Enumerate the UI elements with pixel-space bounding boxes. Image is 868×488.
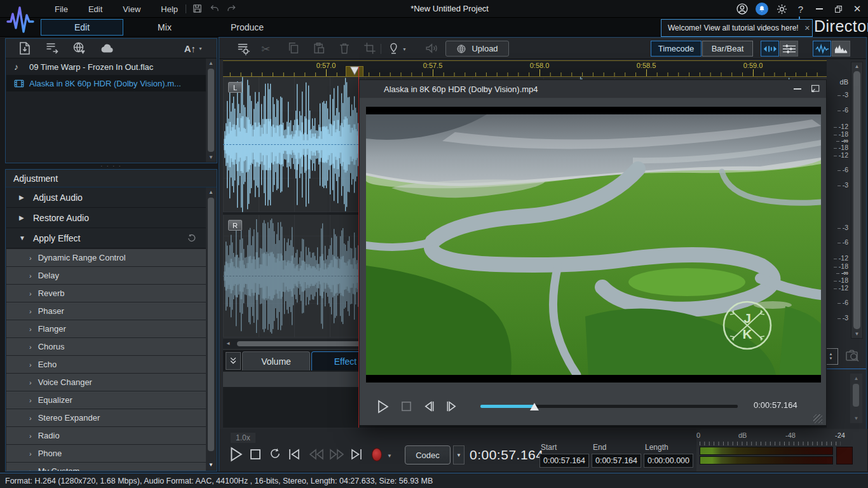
vertical-scrollbar[interactable]: ▲ ▼	[851, 62, 863, 339]
menu-item[interactable]: File	[44, 4, 78, 14]
track-tab[interactable]: Volume	[242, 351, 310, 370]
stop-button[interactable]	[250, 449, 261, 460]
db-scale-label: -12	[834, 254, 848, 262]
db-scale-label: -3	[837, 91, 848, 98]
menu-item[interactable]: View	[112, 4, 151, 14]
spectral-display-button[interactable]	[832, 41, 850, 57]
tooltip-close-icon[interactable]: ✕	[799, 24, 816, 32]
settings-gear-icon[interactable]	[776, 3, 788, 15]
range-field-value[interactable]: 0:00:57.164	[592, 454, 641, 468]
trim-icon[interactable]	[363, 41, 377, 55]
help-icon[interactable]: ?	[798, 4, 803, 15]
effect-item[interactable]: › Flanger	[6, 320, 206, 337]
cut-icon[interactable]: ✂	[261, 43, 270, 56]
effect-item[interactable]: › Echo	[6, 356, 206, 373]
adjustment-section[interactable]: ▼ Apply Effect	[6, 228, 206, 248]
video-dock-icon[interactable]	[810, 85, 820, 93]
playback-speed[interactable]: 1.0x	[231, 433, 255, 443]
keyframe-view-button[interactable]	[780, 41, 798, 57]
seek-thumb[interactable]	[530, 403, 539, 410]
marker-icon[interactable]	[387, 41, 400, 55]
item-chevron-icon: ›	[29, 396, 32, 404]
next-frame-button[interactable]	[445, 400, 458, 412]
play-button[interactable]	[229, 447, 243, 462]
cloud-icon[interactable]	[98, 41, 116, 56]
fast-forward-button[interactable]	[329, 449, 345, 460]
copy-icon[interactable]	[287, 41, 301, 55]
window-resize-grip[interactable]	[813, 414, 822, 423]
video-minimize-icon[interactable]	[794, 88, 801, 90]
rewind-button[interactable]	[308, 449, 325, 460]
loop-button[interactable]	[269, 447, 281, 460]
timeline-ruler[interactable]: 0:57.00:57.50:58.00:58.50:59.0	[223, 60, 827, 77]
section-chevron-icon: ▶	[19, 194, 33, 201]
text-to-speech-tool[interactable]: A↑ ▼	[184, 39, 203, 58]
delete-icon[interactable]	[337, 41, 351, 55]
effect-item[interactable]: › Phone	[6, 445, 206, 462]
snapshot-zoom-icon[interactable]	[844, 348, 860, 363]
mode-tab[interactable]: Mix	[123, 19, 206, 36]
minimize-button[interactable]	[810, 0, 829, 18]
effect-item[interactable]: › Delay	[6, 267, 206, 284]
paste-icon[interactable]	[312, 41, 326, 55]
effect-item[interactable]: › My Custom	[6, 463, 206, 471]
video-preview-window[interactable]: Alaska in 8K 60p HDR (Dolby Vision).mp4	[359, 79, 827, 426]
range-field-value[interactable]: 0:00:57.164	[539, 454, 589, 468]
notification-bell-icon[interactable]	[756, 3, 768, 15]
panel-splitter[interactable]: · · · ·	[5, 163, 217, 168]
undo-icon[interactable]	[210, 4, 220, 13]
timecode-mode-button[interactable]: Timecode	[651, 41, 702, 57]
effect-item[interactable]: › Equalizer	[6, 391, 206, 409]
range-field-value[interactable]: 0:00:00.000	[644, 454, 693, 468]
mode-tab[interactable]: Edit	[41, 19, 123, 36]
adjustment-section[interactable]: ▶ Adjust Audio	[6, 187, 206, 208]
video-window-titlebar[interactable]: Alaska in 8K 60p HDR (Dolby Vision).mp4	[360, 80, 826, 98]
upload-button[interactable]: Upload	[445, 41, 509, 57]
redo-icon[interactable]	[226, 4, 236, 13]
import-media-icon[interactable]	[17, 41, 32, 56]
go-to-end-button[interactable]	[350, 448, 363, 461]
left-channel-badge[interactable]: L	[228, 82, 242, 93]
video-controls: 0:00:57.164	[360, 383, 826, 426]
video-screen[interactable]: J K	[366, 107, 821, 383]
effect-item[interactable]: › Radio	[6, 427, 206, 444]
right-channel-badge[interactable]: R	[228, 220, 242, 231]
video-stop-button[interactable]	[401, 401, 412, 412]
video-seek-slider[interactable]	[480, 405, 738, 408]
media-file-row[interactable]: ♪ 09 Time Warp - Frozen In Out.flac	[6, 58, 206, 75]
effect-item[interactable]: › Voice Changer	[6, 374, 206, 391]
barbeat-mode-button[interactable]: Bar/Beat	[702, 41, 753, 57]
record-caret-icon[interactable]: ▼	[387, 453, 392, 459]
effect-item[interactable]: › Chorus	[6, 338, 206, 355]
previous-frame-button[interactable]	[423, 400, 435, 412]
effect-item[interactable]: › Phaser	[6, 302, 206, 320]
restore-button[interactable]	[829, 0, 848, 18]
effect-item[interactable]: › Stereo Expander	[6, 409, 206, 426]
menu-item[interactable]: Edit	[78, 4, 112, 14]
collapse-tracks-button[interactable]	[226, 352, 241, 370]
marker-caret-icon[interactable]: ▼	[402, 47, 407, 51]
account-icon[interactable]	[736, 3, 749, 15]
waveform-edit-view-button[interactable]	[761, 41, 779, 57]
adjustment-scrollbar[interactable]: ▲ ▼	[206, 187, 216, 470]
effect-area-scrollbar[interactable]: ▲ ▼	[850, 374, 862, 423]
record-button[interactable]	[372, 448, 382, 461]
effect-item[interactable]: › Dynamic Range Control	[6, 249, 206, 266]
mode-tab[interactable]: Produce	[206, 19, 288, 36]
media-file-row[interactable]: Alaska in 8K 60p HDR (Dolby Vision).m...	[6, 75, 206, 92]
save-icon[interactable]	[192, 3, 203, 14]
smart-fit-icon[interactable]	[424, 41, 439, 55]
video-play-button[interactable]	[377, 400, 390, 414]
batch-export-icon[interactable]	[44, 41, 60, 56]
reset-icon[interactable]	[186, 233, 197, 243]
properties-icon[interactable]	[236, 41, 250, 56]
go-to-start-button[interactable]	[288, 448, 301, 461]
adjustment-section[interactable]: ▶ Restore Audio	[6, 208, 206, 228]
effect-item[interactable]: › Reverb	[6, 285, 206, 302]
waveform-display-button[interactable]	[813, 41, 831, 57]
library-scrollbar[interactable]: ▲ ▼	[206, 58, 216, 162]
close-button[interactable]: ✕	[848, 0, 867, 18]
codec-button[interactable]: Codec	[405, 445, 451, 464]
codec-caret-icon[interactable]: ▼	[453, 445, 465, 464]
download-from-web-icon[interactable]	[71, 41, 87, 56]
